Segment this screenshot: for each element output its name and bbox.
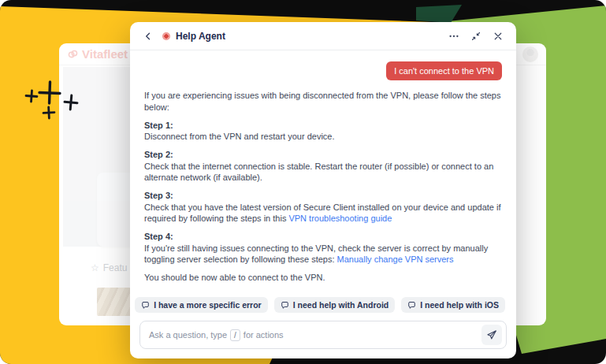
bot-intro-text: If you are experiencing issues with bein… — [144, 90, 502, 113]
suggestion-specific-error[interactable]: I have a more specific error — [135, 297, 268, 313]
ellipsis-icon — [448, 31, 459, 42]
further-reading-toggle[interactable]: Further reading — [144, 292, 502, 292]
step-4: Step 4: If you're still having issues co… — [144, 231, 502, 265]
suggestion-ios-help[interactable]: I need help with iOS — [401, 297, 505, 313]
more-options-button[interactable] — [447, 29, 461, 43]
input-row: Ask a question, type / for actions — [130, 321, 516, 358]
slash-keycap: / — [230, 329, 240, 341]
send-icon — [486, 329, 497, 340]
change-servers-link[interactable]: Manually change VPN servers — [337, 254, 454, 264]
thumbnail-image — [97, 288, 132, 316]
back-button[interactable] — [141, 29, 155, 43]
brand-logo: Vitafleet — [67, 47, 128, 61]
screenshot-canvas: Vitafleet Our f ☆ Featu — [0, 0, 606, 364]
vpn-guide-link[interactable]: VPN troubleshooting guide — [288, 214, 392, 223]
user-message-bubble: I can't connect to the VPN — [386, 61, 502, 80]
ask-input[interactable]: Ask a question, type / for actions — [139, 321, 507, 349]
user-avatar — [522, 46, 538, 62]
star-icon: ☆ — [91, 262, 99, 273]
chat-bubble-icon — [281, 301, 289, 310]
step-2: Step 2: Check that the internet connecti… — [144, 149, 502, 183]
close-button[interactable] — [491, 29, 505, 43]
step-3: Step 3: Check that you have the latest v… — [144, 190, 502, 224]
chevron-left-icon — [143, 32, 153, 41]
link-rings-icon — [67, 48, 79, 60]
chat-bubble-icon — [407, 301, 416, 310]
brand-name: Vitafleet — [82, 47, 128, 61]
chat-bubble-icon — [141, 301, 150, 310]
modal-header: Help Agent — [130, 22, 516, 50]
modal-title: Help Agent — [176, 31, 225, 42]
collapse-icon — [471, 32, 481, 41]
step-1: Step 1: Disconnect from the VPN and rest… — [144, 120, 502, 143]
bot-closing-text: You should be now able to connect to the… — [144, 272, 502, 283]
suggestions-row: I have a more specific error I need help… — [130, 297, 516, 313]
conversation-area: I can't connect to the VPN If you are ex… — [130, 50, 516, 292]
help-agent-modal: Help Agent I can't connect to the VP — [130, 22, 516, 358]
ask-input-placeholder: Ask a question, type / for actions — [149, 329, 481, 341]
close-icon — [493, 32, 503, 41]
send-button[interactable] — [481, 325, 502, 345]
collapse-button[interactable] — [469, 29, 483, 43]
featured-heading: ☆ Featu — [91, 262, 127, 273]
agent-icon — [162, 32, 170, 40]
suggestion-android-help[interactable]: I need help with Android — [274, 297, 396, 313]
